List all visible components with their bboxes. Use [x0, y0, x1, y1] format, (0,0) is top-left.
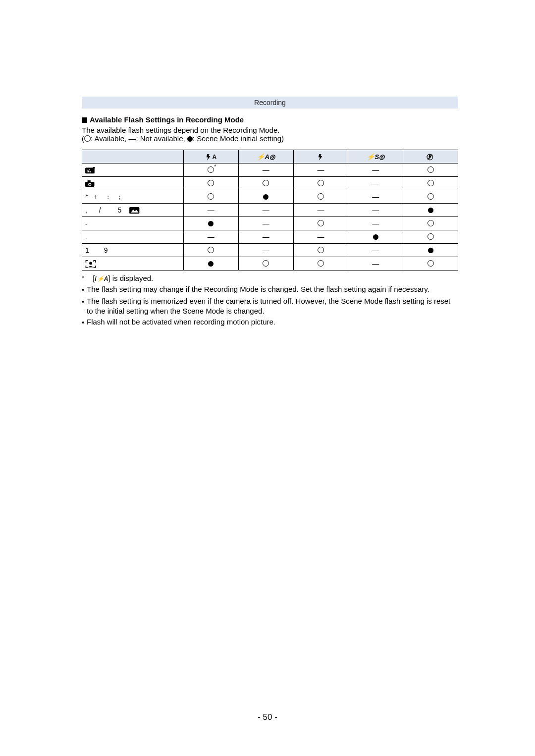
cell	[183, 177, 238, 190]
col-header-off	[403, 150, 458, 163]
footnote-star-icon: *	[82, 273, 91, 282]
table-row: —	[82, 257, 458, 270]
cell	[293, 244, 348, 257]
cell: —	[238, 163, 293, 177]
circle-filled-icon	[428, 208, 433, 213]
cell	[403, 177, 458, 190]
row-label-normal	[82, 177, 184, 190]
page-number: - 50 -	[0, 712, 535, 722]
table-row: * + : ; —	[82, 190, 458, 204]
circle-open-icon	[208, 193, 214, 200]
legend: (: Available, —: Not available, : Scene …	[82, 134, 458, 143]
col-header-mode	[82, 150, 184, 163]
cell: —	[238, 204, 293, 217]
circle-open-icon	[84, 135, 91, 142]
row-label-text: , /	[85, 206, 106, 214]
bullet-icon: •	[82, 296, 87, 317]
list-item: • The flash setting may change if the Re…	[82, 284, 458, 295]
circle-filled-icon	[373, 234, 378, 240]
table-row: —	[82, 177, 458, 190]
circle-open-icon	[428, 233, 434, 240]
star-icon: *	[85, 193, 89, 201]
cell	[183, 217, 238, 230]
svg-point-11	[89, 262, 92, 265]
footnote: * [i⚡A] is displayed.	[82, 273, 458, 283]
list-item-text: Flash will not be activated when recordi…	[87, 317, 458, 327]
cell	[403, 257, 458, 270]
cell	[348, 230, 403, 244]
breadcrumb: Recording	[82, 97, 458, 108]
flash-auto-icon	[205, 154, 212, 161]
table-row: , / 5 — — — —	[82, 204, 458, 217]
cell	[293, 177, 348, 190]
row-label-scene-e: 1 9	[82, 244, 184, 257]
cell: —	[348, 217, 403, 230]
cell: —	[238, 244, 293, 257]
cell	[183, 244, 238, 257]
circle-open-icon	[208, 247, 214, 253]
row-label-scene-c: -	[82, 217, 184, 230]
svg-rect-9	[129, 207, 139, 214]
bullet-icon: •	[82, 284, 87, 295]
cell: —	[348, 163, 403, 177]
row-label-scene-d: .	[82, 230, 184, 244]
row-label-face-detect	[82, 257, 184, 270]
svg-text:iA: iA	[86, 168, 91, 173]
section-heading-text: Available Flash Settings in Recording Mo…	[90, 115, 244, 124]
row-label-scene-a: * + : ;	[82, 190, 184, 204]
table-body: iA * — — —	[82, 163, 458, 270]
flash-auto-redeye-text: ⚡A◎	[257, 153, 274, 161]
row-label-text: + : ;	[94, 193, 125, 201]
cell: —	[293, 230, 348, 244]
col-header-auto-redeye: ⚡A◎	[238, 150, 293, 163]
cell: —	[348, 257, 403, 270]
cell: —	[183, 204, 238, 217]
col-header-auto: A	[183, 150, 238, 163]
cell: —	[348, 190, 403, 204]
face-detect-icon	[85, 260, 96, 268]
circle-open-icon	[428, 260, 434, 267]
cell	[293, 217, 348, 230]
circle-open-icon	[318, 260, 324, 267]
cell: —	[348, 244, 403, 257]
circle-open-icon	[208, 180, 214, 186]
list-item: • Flash will not be activated when recor…	[82, 317, 458, 327]
iflasha-text: i⚡A	[95, 275, 108, 282]
flash-forced-icon	[317, 154, 324, 161]
footnote-text: is displayed.	[112, 274, 154, 282]
circle-filled-icon	[428, 248, 433, 253]
bullet-icon: •	[82, 317, 87, 327]
list-item-text: The flash setting may change if the Reco…	[87, 284, 458, 295]
legend-dash: —: Not available,	[128, 134, 187, 143]
svg-point-8	[89, 184, 91, 186]
scenery-icon	[129, 207, 140, 214]
cell	[183, 257, 238, 270]
circle-open-icon	[428, 166, 434, 173]
svg-rect-3	[93, 167, 95, 168]
section-heading: Available Flash Settings in Recording Mo…	[82, 115, 458, 124]
cell	[403, 163, 458, 177]
circle-filled-icon	[208, 221, 214, 226]
circle-open-icon	[263, 260, 269, 267]
cell	[238, 177, 293, 190]
ia-mode-icon: iA	[85, 167, 96, 174]
camera-icon	[85, 180, 95, 187]
square-bullet-icon	[82, 117, 87, 123]
flash-slow-redeye-text: ⚡S◎	[367, 153, 384, 161]
cell	[293, 190, 348, 204]
cell	[403, 244, 458, 257]
cell	[183, 190, 238, 204]
circle-open-icon	[263, 180, 269, 186]
flash-off-icon	[426, 154, 435, 161]
legend-available: : Available,	[91, 134, 128, 143]
intro-line: The available flash settings depend on t…	[82, 126, 458, 134]
list-item-text: The flash setting is memorized even if t…	[87, 296, 458, 317]
circle-open-icon	[428, 180, 434, 186]
row-label-scene-b: , / 5	[82, 204, 184, 217]
table-row: 1 9 — —	[82, 244, 458, 257]
circle-filled-icon	[208, 261, 214, 267]
table-row: iA * — — —	[82, 163, 458, 177]
circle-filled-icon	[263, 194, 268, 200]
cell	[238, 190, 293, 204]
circle-open-icon	[318, 247, 324, 253]
